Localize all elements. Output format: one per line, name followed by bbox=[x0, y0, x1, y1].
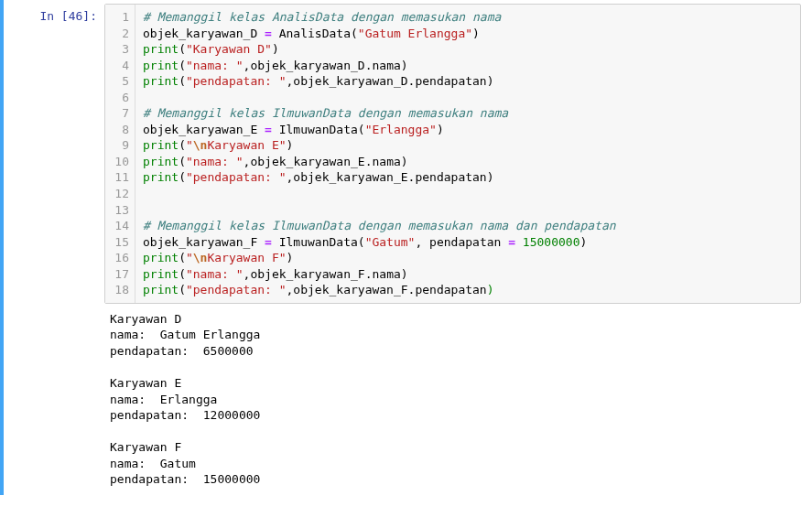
code-line: print("nama: ",objek_karyawan_D.nama) bbox=[143, 59, 408, 72]
line-number: 5 bbox=[113, 73, 129, 90]
code-line bbox=[143, 187, 150, 200]
code-line: print("pendapatan: ",objek_karyawan_D.pe… bbox=[143, 74, 494, 88]
code-line: objek_karyawan_D = AnalisData("Gatum Erl… bbox=[143, 27, 480, 40]
line-number-gutter: 1 2 3 4 5 6 7 8 9 10 11 12 13 14 15 16 1… bbox=[105, 5, 135, 303]
line-number: 17 bbox=[113, 266, 129, 283]
code-editor[interactable]: 1 2 3 4 5 6 7 8 9 10 11 12 13 14 15 16 1… bbox=[104, 4, 801, 304]
line-number: 9 bbox=[113, 137, 129, 154]
line-number: 3 bbox=[113, 41, 129, 58]
code-content[interactable]: # Memanggil kelas AnalisData dengan mema… bbox=[135, 5, 623, 303]
code-line: print("pendapatan: ",objek_karyawan_F.pe… bbox=[143, 283, 494, 296]
line-number: 8 bbox=[113, 122, 129, 138]
line-number: 10 bbox=[113, 154, 129, 170]
code-line: objek_karyawan_E = IlmuwanData("Erlangga… bbox=[143, 123, 444, 136]
code-line: # Memanggil kelas IlmuwanData dengan mem… bbox=[143, 106, 508, 120]
line-number: 12 bbox=[113, 186, 129, 202]
code-line: print("Karyawan D") bbox=[143, 42, 279, 56]
code-line: # Memanggil kelas AnalisData dengan mema… bbox=[143, 10, 501, 24]
line-number: 11 bbox=[113, 169, 129, 186]
line-number: 1 bbox=[113, 9, 129, 26]
line-number: 15 bbox=[113, 234, 129, 251]
code-line bbox=[143, 91, 150, 104]
code-line: print("\nKaryawan F") bbox=[143, 251, 293, 264]
line-number: 2 bbox=[113, 26, 129, 42]
line-number: 4 bbox=[113, 58, 129, 74]
line-number: 7 bbox=[113, 105, 129, 122]
input-prompt: In [46]: bbox=[4, 4, 104, 488]
code-line: print("\nKaryawan E") bbox=[143, 138, 293, 152]
line-number: 13 bbox=[113, 202, 129, 219]
code-line: print("nama: ",objek_karyawan_F.nama) bbox=[143, 267, 408, 281]
line-number: 6 bbox=[113, 90, 129, 106]
code-line: # Memanggil kelas IlmuwanData dengan mem… bbox=[143, 219, 616, 232]
code-line: print("nama: ",objek_karyawan_E.nama) bbox=[143, 155, 408, 168]
code-line bbox=[143, 203, 150, 217]
notebook-cell: In [46]: 1 2 3 4 5 6 7 8 9 10 11 12 13 1… bbox=[0, 0, 812, 495]
cell-output: Karyawan D nama: Gatum Erlangga pendapat… bbox=[104, 304, 801, 488]
line-number: 18 bbox=[113, 282, 129, 298]
cell-body: 1 2 3 4 5 6 7 8 9 10 11 12 13 14 15 16 1… bbox=[104, 4, 812, 488]
line-number: 16 bbox=[113, 250, 129, 266]
code-line: print("pendapatan: ",objek_karyawan_E.pe… bbox=[143, 170, 494, 184]
code-line: objek_karyawan_F = IlmuwanData("Gatum", … bbox=[143, 235, 587, 249]
line-number: 14 bbox=[113, 218, 129, 234]
